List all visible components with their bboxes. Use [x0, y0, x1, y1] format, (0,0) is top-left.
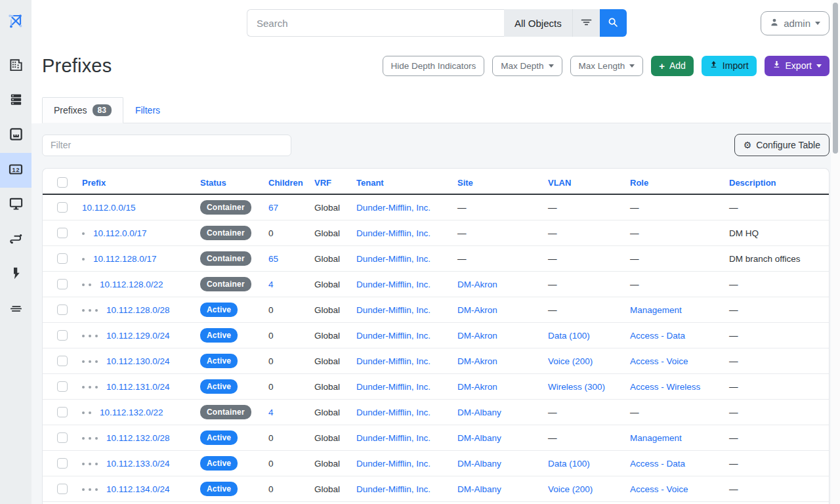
site-link[interactable]: DM-Albany: [457, 408, 501, 417]
row-checkbox[interactable]: [57, 253, 68, 264]
site-link[interactable]: DM-Albany: [457, 433, 501, 443]
prefix-link[interactable]: 10.112.133.0/24: [106, 459, 170, 469]
depth-indicator: [82, 280, 95, 289]
sidebar-item-misc[interactable]: [0, 292, 32, 327]
role-link[interactable]: Management: [630, 305, 682, 315]
search-input[interactable]: [247, 9, 504, 37]
role-link[interactable]: Access - Data: [630, 331, 685, 341]
row-checkbox[interactable]: [57, 458, 68, 469]
role-link[interactable]: Access - Voice: [630, 484, 688, 494]
column-header-vrf[interactable]: VRF: [308, 169, 350, 194]
column-header-vlan[interactable]: VLAN: [541, 169, 623, 194]
role-link[interactable]: Access - Data: [630, 459, 685, 469]
prefix-link[interactable]: 10.112.130.0/24: [106, 356, 170, 366]
row-checkbox[interactable]: [57, 381, 68, 392]
tab-filters[interactable]: Filters: [123, 97, 172, 123]
prefix-link[interactable]: 10.112.132.0/28: [106, 433, 170, 443]
tenant-link[interactable]: Dunder-Mifflin, Inc.: [356, 408, 430, 417]
site-link[interactable]: DM-Albany: [457, 484, 501, 494]
tab-prefixes[interactable]: Prefixes 83: [42, 97, 123, 123]
sidebar-item-ipam[interactable]: 1 2: [0, 153, 32, 188]
column-header-children[interactable]: Children: [262, 169, 308, 194]
tenant-link[interactable]: Dunder-Mifflin, Inc.: [356, 382, 430, 392]
tenant-link[interactable]: Dunder-Mifflin, Inc.: [356, 228, 430, 238]
row-checkbox[interactable]: [57, 330, 68, 341]
search-scope-button[interactable]: All Objects: [504, 9, 572, 37]
row-checkbox[interactable]: [57, 484, 68, 494]
row-checkbox[interactable]: [57, 356, 68, 366]
sidebar-item-connections[interactable]: [0, 118, 32, 153]
prefix-link[interactable]: 10.112.128.0/28: [106, 305, 170, 315]
max-length-dropdown[interactable]: Max Length: [570, 56, 644, 76]
row-checkbox[interactable]: [57, 407, 68, 417]
children-count-link[interactable]: 4: [268, 280, 274, 289]
vlan-link[interactable]: Wireless (300): [548, 382, 605, 392]
site-link[interactable]: DM-Akron: [457, 331, 497, 341]
add-button[interactable]: + Add: [651, 56, 694, 76]
tenant-link[interactable]: Dunder-Mifflin, Inc.: [356, 356, 430, 366]
tenant-link[interactable]: Dunder-Mifflin, Inc.: [356, 254, 430, 264]
site-link[interactable]: DM-Akron: [457, 305, 497, 315]
site-link[interactable]: DM-Akron: [457, 382, 497, 392]
scrollbar-thumb[interactable]: [833, 3, 838, 154]
max-depth-dropdown[interactable]: Max Depth: [492, 56, 562, 76]
magnifier-icon: [608, 17, 618, 30]
tenant-link[interactable]: Dunder-Mifflin, Inc.: [356, 203, 430, 213]
sidebar-item-organization[interactable]: [0, 49, 32, 83]
children-count-link[interactable]: 65: [268, 254, 278, 264]
children-count-link[interactable]: 67: [268, 203, 278, 213]
user-menu-button[interactable]: admin: [761, 11, 830, 35]
export-dropdown[interactable]: Export: [765, 56, 830, 76]
sidebar-item-circuits[interactable]: [0, 222, 32, 257]
quick-filter-input[interactable]: [42, 135, 291, 156]
import-button[interactable]: Import: [702, 56, 757, 76]
prefix-link[interactable]: 10.112.131.0/24: [106, 382, 170, 392]
prefix-link[interactable]: 10.112.128.0/22: [100, 280, 163, 289]
role-link[interactable]: Access - Wireless: [630, 382, 700, 392]
prefix-link[interactable]: 10.112.134.0/24: [106, 484, 170, 494]
row-checkbox[interactable]: [57, 304, 68, 315]
vlan-link[interactable]: Data (100): [548, 331, 590, 341]
scrollbar-track[interactable]: [831, 0, 840, 504]
row-checkbox[interactable]: [57, 432, 68, 443]
site-link[interactable]: DM-Albany: [457, 459, 501, 469]
sidebar-item-power[interactable]: [0, 257, 32, 292]
vlan-link[interactable]: Data (100): [548, 459, 590, 469]
children-count-link[interactable]: 4: [268, 408, 274, 417]
column-header-site[interactable]: Site: [451, 169, 541, 194]
prefix-link[interactable]: 10.112.0.0/17: [93, 228, 147, 238]
role-link[interactable]: Management: [630, 433, 682, 443]
search-submit-button[interactable]: [600, 9, 627, 37]
site-link[interactable]: DM-Akron: [457, 280, 497, 289]
tenant-link[interactable]: Dunder-Mifflin, Inc.: [356, 331, 430, 341]
search-filter-button[interactable]: [572, 9, 600, 37]
vlan-link[interactable]: Voice (200): [548, 484, 593, 494]
tenant-link[interactable]: Dunder-Mifflin, Inc.: [356, 459, 430, 469]
column-header-tenant[interactable]: Tenant: [350, 169, 451, 194]
tenant-link[interactable]: Dunder-Mifflin, Inc.: [356, 280, 430, 289]
tenant-link[interactable]: Dunder-Mifflin, Inc.: [356, 433, 430, 443]
select-all-checkbox[interactable]: [57, 177, 68, 188]
vlan-link[interactable]: Voice (200): [548, 356, 593, 366]
tenant-link[interactable]: Dunder-Mifflin, Inc.: [356, 484, 430, 494]
role-link[interactable]: Access - Voice: [630, 356, 688, 366]
netbox-logo[interactable]: [0, 8, 32, 34]
hide-depth-indicators-button[interactable]: Hide Depth Indicators: [383, 56, 485, 76]
role-link: —: [630, 254, 639, 264]
prefix-link[interactable]: 10.112.132.0/22: [100, 408, 163, 417]
sidebar-item-devices[interactable]: [0, 83, 32, 118]
tenant-link[interactable]: Dunder-Mifflin, Inc.: [356, 305, 430, 315]
column-header-description[interactable]: Description: [723, 169, 829, 194]
site-link[interactable]: DM-Akron: [457, 356, 497, 366]
prefix-link[interactable]: 10.112.0.0/15: [82, 203, 136, 213]
row-checkbox[interactable]: [57, 279, 68, 289]
sidebar-item-virtualization[interactable]: [0, 188, 32, 222]
row-checkbox[interactable]: [57, 228, 68, 238]
column-header-status[interactable]: Status: [194, 169, 262, 194]
row-checkbox[interactable]: [57, 202, 68, 213]
prefix-link[interactable]: 10.112.128.0/17: [93, 254, 157, 264]
prefix-link[interactable]: 10.112.129.0/24: [106, 331, 170, 341]
configure-table-button[interactable]: ⚙ Configure Table: [734, 134, 830, 156]
column-header-prefix[interactable]: Prefix: [75, 169, 194, 194]
column-header-role[interactable]: Role: [623, 169, 723, 194]
